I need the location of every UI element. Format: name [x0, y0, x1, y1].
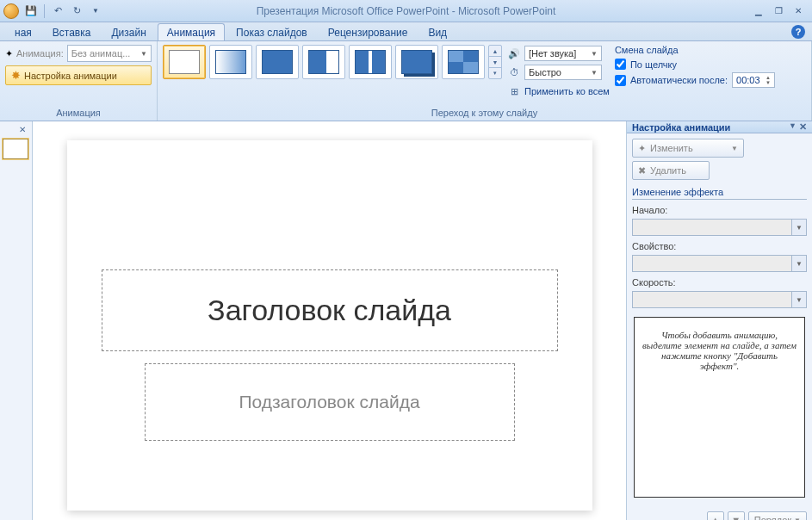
tab-slideshow[interactable]: Показ слайдов	[226, 23, 317, 40]
chevron-down-icon: ▼	[791, 292, 806, 307]
help-icon[interactable]: ?	[791, 25, 805, 39]
task-pane-header: Настройка анимации ▼ ✕	[627, 121, 812, 133]
quick-access-toolbar: 💾 ↶ ↻ ▼	[22, 3, 104, 20]
close-button[interactable]: ✕	[790, 5, 807, 17]
effect-section-label: Изменение эффекта	[632, 185, 807, 200]
task-pane-title: Настройка анимации	[632, 122, 730, 133]
start-label: Начало:	[632, 205, 807, 215]
chevron-down-icon: ▼	[791, 220, 806, 235]
star-icon: ✦	[638, 143, 646, 154]
transition-group-label: Переход к этому слайду	[163, 106, 806, 121]
slide[interactable]: Заголовок слайда Подзаголовок слайда	[67, 140, 592, 511]
chevron-down-icon: ▼	[591, 69, 598, 77]
office-button[interactable]	[3, 3, 19, 19]
on-click-checkbox-row[interactable]: По щелчку	[615, 59, 775, 70]
title-text: Заголовок слайда	[208, 294, 451, 327]
remove-effect-button[interactable]: ✖ Удалить	[632, 161, 710, 180]
ribbon-tabs: ная Вставка Дизайн Анимация Показ слайдо…	[0, 22, 812, 41]
animation-task-pane: Настройка анимации ▼ ✕ ✦ Изменить ▼ ✖ Уд…	[626, 121, 812, 520]
tab-design[interactable]: Дизайн	[102, 23, 155, 40]
thumbnail-pane-close-icon[interactable]: ✕	[16, 123, 28, 135]
transition-random[interactable]	[442, 45, 485, 79]
animation-label: Анимация:	[16, 48, 64, 59]
remove-icon: ✖	[638, 165, 646, 176]
animation-combo-value: Без анимац...	[71, 48, 131, 59]
apply-all-icon: ⊞	[507, 84, 521, 98]
transition-none[interactable]	[163, 45, 206, 79]
advance-slide-column: Смена слайда По щелчку Автоматически пос…	[615, 45, 775, 88]
order-button[interactable]: Порядок ▼	[748, 511, 807, 520]
chevron-down-icon: ▼	[794, 517, 801, 521]
move-up-button[interactable]: ▲	[707, 511, 724, 520]
auto-after-checkbox[interactable]	[615, 75, 626, 86]
transition-cut[interactable]	[395, 45, 438, 79]
chevron-down-icon: ▼	[731, 145, 738, 152]
task-pane-dropdown-icon[interactable]: ▼	[789, 121, 797, 133]
transition-group: ▲▼▾ 🔊 [Нет звука] ▼ ⏱ Быстро ▼	[158, 41, 812, 121]
transition-speed-combo[interactable]: Быстро ▼	[524, 65, 602, 80]
tab-home[interactable]: ная	[5, 23, 41, 40]
animation-settings-label: Настройка анимации	[24, 71, 117, 81]
chevron-down-icon: ▼	[140, 50, 147, 58]
on-click-checkbox[interactable]	[615, 59, 626, 70]
animation-group-label: Анимация	[5, 106, 152, 121]
remove-btn-label: Удалить	[650, 165, 686, 176]
qat-dropdown-icon[interactable]: ▼	[87, 3, 104, 20]
minimize-button[interactable]: ▁	[750, 5, 767, 17]
property-combo[interactable]: ▼	[632, 255, 807, 272]
subtitle-placeholder[interactable]: Подзаголовок слайда	[145, 363, 515, 441]
change-effect-button[interactable]: ✦ Изменить ▼	[632, 139, 744, 158]
start-combo[interactable]: ▼	[632, 219, 807, 236]
task-pane-close-icon[interactable]: ✕	[799, 121, 807, 133]
title-placeholder[interactable]: Заголовок слайда	[102, 269, 558, 351]
redo-icon[interactable]: ↻	[68, 3, 85, 20]
tab-review[interactable]: Рецензирование	[319, 23, 418, 40]
star-icon: ✸	[11, 69, 21, 82]
chevron-down-icon: ▼	[791, 256, 806, 271]
change-btn-label: Изменить	[650, 143, 693, 153]
transition-fade[interactable]	[209, 45, 252, 79]
gallery-more-button[interactable]: ▲▼▾	[488, 45, 502, 79]
undo-icon[interactable]: ↶	[49, 3, 66, 20]
task-pane-footer: ▲ ▼ Порядок ▼	[627, 508, 812, 520]
workspace: ✕ Заголовок слайда Подзаголовок слайда Н…	[0, 121, 812, 520]
auto-after-time-value: 00:03	[736, 75, 760, 85]
sound-value: [Нет звука]	[529, 48, 576, 59]
tab-view[interactable]: Вид	[418, 23, 456, 40]
speed-icon: ⏱	[507, 65, 521, 79]
on-click-label: По щелчку	[630, 59, 677, 70]
move-down-button[interactable]: ▼	[728, 511, 745, 520]
speed-value: Быстро	[529, 67, 561, 77]
subtitle-text: Подзаголовок слайда	[239, 392, 419, 412]
animation-settings-button[interactable]: ✸ Настройка анимации	[5, 65, 152, 85]
animation-icon: ✦	[5, 48, 13, 59]
task-pane-body: ✦ Изменить ▼ ✖ Удалить Изменение эффекта…	[627, 133, 812, 508]
chevron-down-icon: ▼	[591, 50, 598, 58]
speed-label: Скорость:	[632, 277, 807, 288]
auto-after-checkbox-row[interactable]: Автоматически после: 00:03 ▲▼	[615, 72, 775, 88]
transition-options: 🔊 [Нет звука] ▼ ⏱ Быстро ▼ ⊞ Применить к…	[507, 45, 610, 100]
animation-combo[interactable]: Без анимац... ▼	[67, 45, 152, 62]
apply-to-all-button[interactable]: ⊞ Применить ко всем	[507, 83, 610, 100]
animation-group: ✦ Анимация: Без анимац... ▼ ✸ Настройка …	[0, 41, 158, 121]
transition-split[interactable]	[349, 45, 392, 79]
transition-box[interactable]	[256, 45, 299, 79]
slide-thumbnail-1[interactable]	[3, 139, 28, 159]
window-title: Презентация Microsoft Office PowerPoint …	[0, 5, 812, 17]
auto-after-time-input[interactable]: 00:03 ▲▼	[732, 72, 775, 88]
transition-gallery: ▲▼▾	[163, 45, 502, 79]
window-controls: ▁ ❐ ✕	[750, 5, 812, 17]
ribbon: ✦ Анимация: Без анимац... ▼ ✸ Настройка …	[0, 41, 812, 121]
slide-canvas-area[interactable]: Заголовок слайда Подзаголовок слайда	[33, 121, 626, 520]
speed-combo[interactable]: ▼	[632, 291, 807, 308]
tab-animation[interactable]: Анимация	[158, 23, 225, 40]
advance-title: Смена слайда	[615, 45, 775, 55]
transition-sound-combo[interactable]: [Нет звука] ▼	[524, 46, 602, 61]
animation-row: ✦ Анимация: Без анимац... ▼	[5, 45, 152, 62]
auto-after-label: Автоматически после:	[630, 75, 728, 85]
spinner-icons[interactable]: ▲▼	[766, 75, 771, 85]
restore-button[interactable]: ❐	[770, 5, 787, 17]
transition-wipe[interactable]	[302, 45, 345, 79]
save-icon[interactable]: 💾	[22, 3, 40, 20]
tab-insert[interactable]: Вставка	[43, 23, 101, 40]
